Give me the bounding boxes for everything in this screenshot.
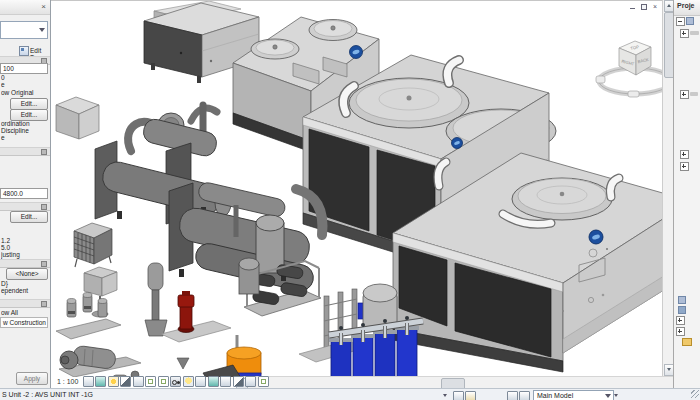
viewcube-ring-tab[interactable] (628, 91, 639, 97)
crop-view-icon[interactable] (145, 376, 156, 387)
rendering-settings-edit-button[interactable]: Edit... (10, 211, 48, 223)
active-only-icon[interactable] (519, 391, 530, 400)
temporary-hide-isolate-icon[interactable] (170, 376, 181, 387)
booster-pump-set[interactable] (56, 293, 121, 340)
pin-icon[interactable] (41, 204, 47, 210)
visual-style-icon[interactable] (95, 376, 106, 387)
model-3d-viewport[interactable]: TOP RIGHT BACK × (51, 0, 662, 377)
type-selector-dropdown[interactable] (0, 21, 48, 39)
sheet-icon[interactable] (678, 296, 686, 304)
tree-label-stub (690, 31, 699, 35)
section-header-extents[interactable] (0, 147, 50, 156)
restore-icon[interactable] (640, 3, 648, 10)
pin-icon[interactable] (41, 301, 47, 307)
view-template-button[interactable]: <None> (6, 268, 48, 280)
design-option-dropdown[interactable]: Main Model (533, 390, 614, 400)
chevron-down-icon[interactable] (614, 394, 618, 397)
folder-icon[interactable] (682, 338, 692, 346)
view-control-bar: 1 : 100 (57, 375, 269, 388)
temporary-view-properties-icon[interactable] (195, 376, 206, 387)
vertical-tank[interactable] (239, 258, 259, 294)
sun-path-icon[interactable] (108, 376, 119, 387)
project-browser-panel: Proje (673, 0, 700, 388)
chevron-down-icon (605, 394, 611, 398)
minimize-icon[interactable] (629, 3, 637, 10)
selection-box-icon[interactable] (258, 376, 269, 387)
view-scale-field[interactable]: 100 (0, 63, 48, 74)
show-crop-region-icon[interactable] (158, 376, 169, 387)
status-bar: S Unit -2 : AVS UNIT INT -1G Main Model (0, 388, 700, 400)
reveal-constraints-icon[interactable] (233, 376, 244, 387)
revit-app-window: × Edit Type 100 0 e ow Original Edit... … (0, 0, 700, 400)
close-icon[interactable]: × (41, 2, 46, 11)
tree-expand-icon[interactable] (676, 327, 685, 336)
worksharing-display-icon[interactable] (245, 376, 256, 387)
phase-filter-row[interactable]: ow All (1, 309, 48, 317)
pin-icon[interactable] (41, 149, 47, 155)
section-header-phasing[interactable] (0, 299, 50, 308)
tree-expand-icon[interactable] (680, 90, 689, 99)
far-clip-offset-field[interactable]: 4800.0 (0, 188, 48, 199)
pin-icon[interactable] (41, 261, 47, 267)
tree-expand-icon[interactable] (676, 316, 685, 325)
tree-expand-icon[interactable] (680, 150, 689, 159)
close-icon[interactable]: × (651, 3, 659, 10)
viewcube-ring-tab[interactable] (596, 76, 605, 83)
family-icon[interactable] (678, 306, 686, 314)
press-drag-icon[interactable] (465, 391, 476, 400)
viewcube[interactable]: TOP RIGHT BACK (596, 41, 662, 97)
views-icon (686, 17, 694, 25)
properties-palette: × Edit Type 100 0 e ow Original Edit... … (0, 0, 51, 388)
analysis-display-row[interactable]: e (1, 134, 48, 142)
highlight-displacement-icon[interactable] (220, 376, 231, 387)
chevron-down-icon[interactable] (443, 394, 447, 397)
project-browser-title[interactable]: Proje (674, 0, 700, 16)
vertical-inline-pump[interactable] (145, 263, 167, 336)
tree-label-stub (690, 92, 698, 96)
equipment-box-small[interactable] (56, 97, 99, 139)
reveal-hidden-elements-icon[interactable] (183, 376, 194, 387)
camera-position-row[interactable]: justing (1, 251, 48, 259)
tree-expand-icon[interactable] (680, 29, 689, 38)
detail-level-row[interactable]: e (1, 81, 48, 89)
rendering-dialog-icon[interactable] (133, 376, 144, 387)
design-options-icon[interactable] (507, 391, 518, 400)
chevron-down-icon (39, 28, 45, 32)
tree-expand-icon[interactable] (680, 162, 689, 171)
show-analytical-model-icon[interactable] (208, 376, 219, 387)
red-inline-pump[interactable] (161, 291, 231, 342)
view-scale-control[interactable]: 1 : 100 (57, 378, 78, 385)
section-header-camera[interactable] (0, 202, 50, 211)
design-option-value: Main Model (537, 392, 573, 399)
condenser-coil-unit[interactable] (74, 223, 112, 267)
section-header-identity[interactable] (0, 259, 50, 268)
view-window-controls: × (629, 3, 659, 10)
parts-visibility-row[interactable]: ow Original (1, 89, 48, 97)
selection-status-text: S Unit -2 : AVS UNIT INT -1G (2, 391, 93, 398)
model-canvas[interactable]: TOP RIGHT BACK (51, 1, 662, 377)
dependency-row[interactable]: ependent (1, 287, 48, 295)
resize-grip[interactable] (691, 390, 699, 398)
end-suction-pump[interactable] (59, 345, 141, 377)
phase-row[interactable]: w Construction (0, 317, 48, 328)
edit-type-icon (19, 46, 29, 56)
tree-collapse-icon[interactable] (676, 17, 685, 26)
apply-button[interactable]: Apply (16, 372, 48, 385)
editable-only-toggle-icon[interactable] (453, 391, 464, 400)
detail-level-icon[interactable] (83, 376, 94, 387)
water-cooled-chiller-1[interactable] (95, 105, 231, 224)
shadows-icon[interactable] (120, 376, 131, 387)
